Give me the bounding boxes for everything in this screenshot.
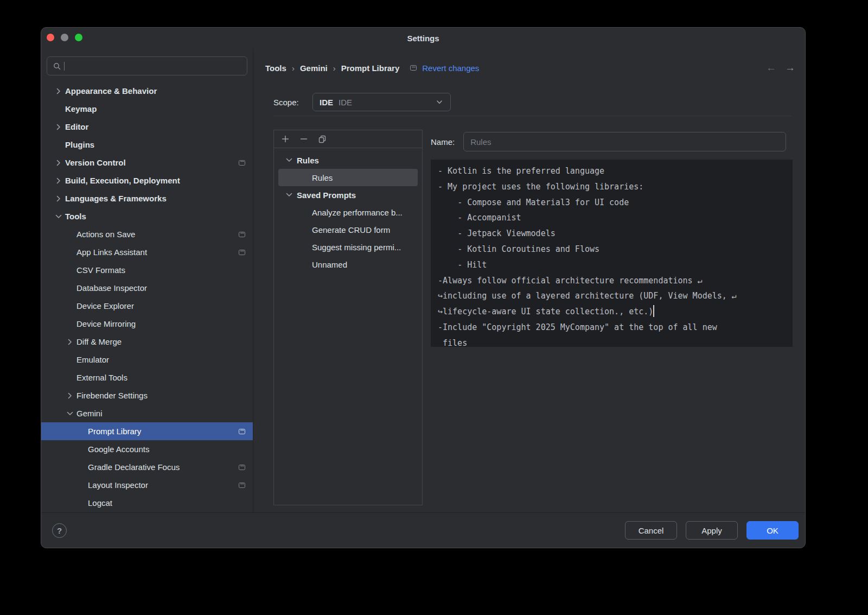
revert-changes-link[interactable]: Revert changes [422,64,479,73]
sidebar-item-label: Firebender Settings [76,391,148,400]
sidebar-item-label: Actions on Save [76,230,135,239]
sidebar-item-label: Diff & Merge [76,337,122,346]
footer-buttons: CancelApplyOK [625,521,799,540]
sidebar-item-tools[interactable]: Tools [41,207,253,225]
sidebar-item-label: App Links Assistant [76,248,147,257]
sidebar-item-label: Emulator [76,355,109,364]
sidebar-item-database-inspector[interactable]: Database Inspector [41,279,253,297]
sidebar-item-gradle-declarative-focus[interactable]: Gradle Declarative Focus [41,458,253,476]
scope-dropdown[interactable]: IDE IDE [312,93,451,111]
chevron-right-icon [52,123,65,131]
tree-item-label: Generate CRUD form [312,225,390,234]
sidebar-item-prompt-library[interactable]: Prompt Library [41,422,253,440]
sidebar-item-label: Plugins [65,140,94,149]
breadcrumb-separator: › [333,64,336,73]
chevron-down-icon [283,156,296,164]
ok-button[interactable]: OK [746,521,799,540]
chevron-right-icon [52,87,65,96]
copy-button[interactable] [315,132,329,146]
revert-icon [410,65,417,71]
sidebar-item-google-accounts[interactable]: Google Accounts [41,440,253,458]
sidebar-item-editor[interactable]: Editor [41,118,253,136]
sidebar-item-app-links-assistant[interactable]: App Links Assistant [41,243,253,261]
prompt-name-input[interactable] [463,132,786,151]
titlebar: Settings [41,28,805,48]
sidebar-item-device-mirroring[interactable]: Device Mirroring [41,315,253,333]
scope-row: Scope: IDE IDE [273,93,451,111]
name-label: Name: [431,137,455,147]
screen-badge-icon [239,250,245,255]
back-arrow-button[interactable]: ← [766,62,776,74]
tree-item-label: Rules [312,173,333,182]
breadcrumb-item-tools[interactable]: Tools [265,64,286,73]
prompt-item-suggest-missing-permi[interactable]: Suggest missing permi... [278,238,418,256]
chevron-slot [63,248,76,257]
cancel-button[interactable]: Cancel [625,521,677,540]
forward-arrow-button[interactable]: → [785,62,795,74]
search-input[interactable] [47,56,247,75]
sidebar-item-external-tools[interactable]: External Tools [41,369,253,386]
prompt-group-rules[interactable]: Rules [274,151,422,169]
sidebar-item-logcat[interactable]: Logcat [41,494,253,512]
prompt-group-saved-prompts[interactable]: Saved Prompts [274,186,422,204]
chevron-slot [75,427,88,436]
chevron-slot [75,499,88,508]
prompt-item-generate-crud-form[interactable]: Generate CRUD form [278,221,418,238]
breadcrumb-item-gemini[interactable]: Gemini [300,64,328,73]
prompt-item-analyze-performance-b[interactable]: Analyze performance b... [278,204,418,221]
sidebar-item-firebender-settings[interactable]: Firebender Settings [41,386,253,404]
add-button[interactable] [278,132,292,146]
prompt-text-editor[interactable]: - Kotlin is the preferred language - My … [431,160,793,347]
chevron-down-icon [283,191,296,199]
prompt-tree: RulesRulesSaved PromptsAnalyze performan… [274,148,422,273]
sidebar-item-label: Appearance & Behavior [65,86,157,96]
sidebar-item-keymap[interactable]: Keymap [41,100,253,118]
prompt-item-unnamed[interactable]: Unnamed [278,256,418,273]
breadcrumb-item-prompt-library[interactable]: Prompt Library [341,64,400,73]
tree-item-label: Analyze performance b... [312,208,403,217]
sidebar-item-label: Device Mirroring [76,319,136,328]
chevron-slot [63,230,76,239]
sidebar-item-diff-merge[interactable]: Diff & Merge [41,333,253,351]
chevron-slot [63,302,76,310]
screen-badge-icon [239,483,245,488]
sidebar-item-label: Version Control [65,158,126,167]
sidebar-item-device-explorer[interactable]: Device Explorer [41,297,253,315]
chevron-right-icon [63,391,76,400]
chevron-slot [63,356,76,364]
sidebar-item-gemini[interactable]: Gemini [41,404,253,422]
chevron-slot [63,266,76,275]
scope-value: IDE [339,98,352,107]
settings-content: Tools›Gemini›Prompt Library Revert chang… [253,48,805,512]
divider [273,116,792,116]
sidebar-item-label: Editor [65,122,88,131]
breadcrumb: Tools›Gemini›Prompt Library [265,64,399,73]
sidebar-item-layout-inspector[interactable]: Layout Inspector [41,476,253,494]
apply-button[interactable]: Apply [686,521,738,540]
sidebar-item-version-control[interactable]: Version Control [41,154,253,172]
breadcrumb-row: Tools›Gemini›Prompt Library Revert chang… [265,58,795,78]
sidebar-item-appearance-behavior[interactable]: Appearance & Behavior [41,82,253,100]
sidebar-item-build-execution-deployment[interactable]: Build, Execution, Deployment [41,172,253,189]
prompt-editor: - Kotlin is the preferred language - My … [431,160,793,347]
scope-label: Scope: [273,98,312,107]
prompt-item-rules[interactable]: Rules [278,169,418,186]
help-button[interactable]: ? [52,523,67,538]
chevron-down-icon [435,98,444,106]
sidebar-item-actions-on-save[interactable]: Actions on Save [41,225,253,243]
sidebar-item-languages-frameworks[interactable]: Languages & Frameworks [41,189,253,207]
remove-button[interactable] [297,132,311,146]
sidebar-item-emulator[interactable]: Emulator [41,351,253,369]
chevron-down-icon [63,409,76,418]
desktop-background: Settings Appearance & BehaviorKeymapEdit… [0,0,868,615]
chevron-slot [63,373,76,382]
history-arrows: ← → [766,62,795,74]
chevron-right-icon [52,158,65,167]
sidebar-item-plugins[interactable]: Plugins [41,136,253,154]
chevron-right-icon [63,338,76,346]
scope-tag: IDE [320,98,333,107]
screen-badge-icon [239,429,245,434]
sidebar-item-csv-formats[interactable]: CSV Formats [41,261,253,279]
prompt-list-toolbar [274,130,422,148]
search-icon [53,62,61,71]
